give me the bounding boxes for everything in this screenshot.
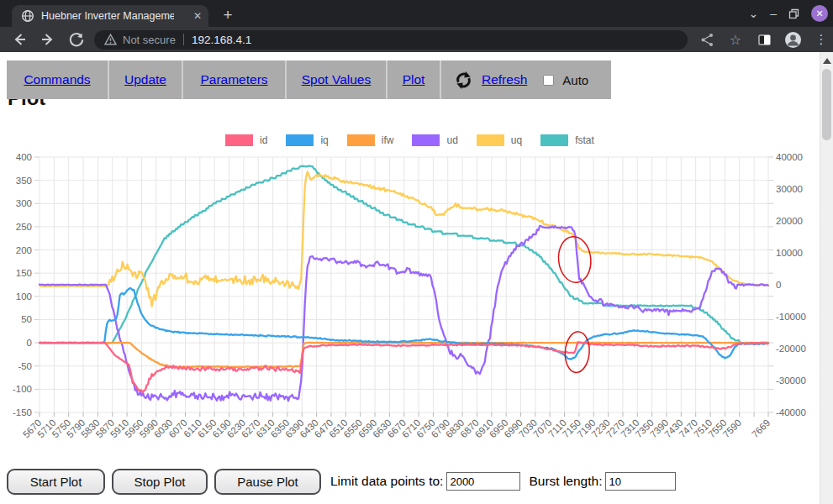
tab-strip: Huebner Inverter Managemen ✕ + ⌄ – ✕	[0, 0, 833, 27]
nav-link-parameters[interactable]: Parameters	[200, 72, 267, 87]
svg-text:400: 400	[16, 152, 32, 162]
security-status-label: Not secure	[123, 34, 176, 46]
browser-tab[interactable]: Huebner Inverter Managemen ✕	[12, 5, 208, 27]
annotation-ellipse	[556, 235, 593, 284]
limit-data-points-label: Limit data points to:	[330, 474, 443, 489]
chart-legend: idiqifwuduqfstat	[0, 134, 820, 146]
legend-label: fstat	[575, 134, 594, 146]
auto-checkbox[interactable]	[543, 75, 554, 86]
new-tab-button[interactable]: +	[217, 4, 239, 26]
svg-text:-100: -100	[13, 384, 32, 394]
nav-link-update[interactable]: Update	[124, 72, 166, 87]
globe-favicon-icon	[21, 9, 34, 23]
svg-text:150: 150	[16, 268, 32, 278]
window-minimize-button[interactable]: –	[770, 8, 777, 19]
plot-canvas: 400350300250200150100500-50-100-15040000…	[0, 109, 820, 470]
pause-plot-button[interactable]: Pause Plot	[214, 469, 321, 495]
limit-data-points-input[interactable]	[446, 472, 520, 491]
kebab-menu-icon[interactable]: ⋮	[807, 32, 833, 47]
window-close-button[interactable]: ✕	[811, 5, 828, 22]
svg-text:350: 350	[16, 176, 32, 186]
side-panel-icon[interactable]	[750, 33, 778, 47]
svg-text:-30000: -30000	[776, 375, 806, 386]
tab-search-chevron-icon[interactable]: ⌄	[748, 8, 758, 19]
profile-avatar[interactable]	[778, 31, 807, 49]
page-content: Plot Commands Update Parameters Spot Val…	[0, 52, 833, 504]
svg-text:20000: 20000	[776, 216, 803, 226]
nav-link-spot-values[interactable]: Spot Values	[302, 72, 371, 87]
url-text: 192.168.4.1	[192, 34, 251, 46]
svg-text:-20000: -20000	[776, 344, 806, 354]
svg-text:200: 200	[16, 245, 32, 255]
legend-swatch	[477, 134, 504, 146]
burst-length-input[interactable]	[605, 472, 676, 491]
legend-swatch	[540, 134, 568, 146]
svg-text:300: 300	[16, 198, 32, 208]
legend-swatch	[347, 134, 375, 146]
legend-label: id	[260, 134, 267, 146]
nav-cell-refresh: Refresh Auto	[441, 60, 611, 99]
legend-item-iq[interactable]: iq	[286, 134, 328, 146]
nav-link-refresh[interactable]: Refresh	[482, 72, 527, 87]
svg-text:-50: -50	[18, 361, 32, 371]
burst-length-label: Burst length:	[529, 474, 602, 489]
svg-text:50: 50	[21, 314, 32, 324]
nav-cell-plot: Plot	[388, 60, 441, 99]
window-controls: ⌄ – ✕	[748, 0, 828, 27]
auto-checkbox-label: Auto	[562, 73, 588, 87]
legend-item-ifw[interactable]: ifw	[347, 134, 394, 146]
start-plot-button[interactable]: Start Plot	[7, 469, 105, 495]
svg-text:30000: 30000	[776, 184, 803, 194]
tab-title: Huebner Inverter Managemen	[41, 10, 174, 22]
browser-window: Huebner Inverter Managemen ✕ + ⌄ – ✕ No	[0, 0, 833, 504]
legend-swatch	[225, 134, 253, 146]
svg-text:0: 0	[27, 338, 32, 348]
legend-label: ud	[446, 134, 457, 146]
svg-text:40000: 40000	[776, 152, 803, 162]
scrollbar-up-arrow-icon[interactable]	[823, 58, 831, 64]
legend-item-id[interactable]: id	[225, 134, 267, 146]
legend-swatch	[286, 134, 314, 146]
refresh-icon[interactable]	[453, 70, 474, 91]
legend-swatch	[412, 134, 440, 146]
page-scrollbar[interactable]	[820, 52, 833, 504]
nav-cell-parameters: Parameters	[183, 60, 287, 99]
svg-text:-150: -150	[13, 407, 32, 417]
tab-close-icon[interactable]: ✕	[193, 10, 202, 22]
svg-text:100: 100	[16, 291, 32, 302]
window-restore-button[interactable]	[788, 8, 799, 19]
nav-link-plot[interactable]: Plot	[403, 72, 425, 87]
svg-text:10000: 10000	[776, 248, 803, 258]
legend-label: uq	[511, 134, 522, 146]
url-divider	[183, 34, 184, 45]
browser-toolbar: Not secure 192.168.4.1 ☆ ⋮	[0, 27, 833, 52]
address-bar[interactable]: Not secure 192.168.4.1	[94, 30, 688, 50]
forward-button[interactable]	[34, 31, 62, 48]
share-icon[interactable]	[693, 33, 721, 47]
chart-area: idiqifwuduqfstat 40035030025020015010050…	[0, 109, 820, 470]
nav-cell-spot-values: Spot Values	[287, 60, 388, 99]
svg-text:250: 250	[16, 222, 32, 232]
legend-item-ud[interactable]: ud	[412, 134, 457, 146]
reload-button[interactable]	[62, 32, 91, 47]
svg-text:-40000: -40000	[776, 407, 806, 417]
bookmark-star-icon[interactable]: ☆	[721, 32, 750, 48]
svg-text:0: 0	[776, 280, 781, 290]
nav-bar: Commands Update Parameters Spot Values P…	[7, 60, 611, 99]
legend-item-fstat[interactable]: fstat	[540, 134, 594, 146]
nav-link-commands[interactable]: Commands	[24, 72, 90, 87]
scrollbar-thumb[interactable]	[822, 69, 831, 140]
plot-controls: Start Plot Stop Plot Pause Plot Limit da…	[7, 467, 676, 496]
legend-label: ifw	[382, 134, 394, 146]
svg-text:-10000: -10000	[776, 312, 806, 322]
svg-text:7669: 7669	[750, 417, 772, 440]
not-secure-warning-icon	[104, 34, 117, 45]
legend-label: iq	[320, 134, 328, 146]
nav-cell-update: Update	[109, 60, 183, 99]
stop-plot-button[interactable]: Stop Plot	[112, 469, 208, 495]
legend-item-uq[interactable]: uq	[477, 134, 522, 146]
nav-cell-commands: Commands	[7, 60, 109, 99]
back-button[interactable]	[5, 31, 34, 48]
